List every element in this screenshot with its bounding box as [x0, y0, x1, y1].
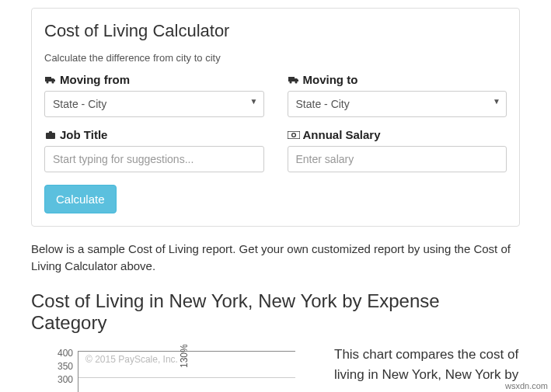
briefcase-icon [44, 130, 57, 140]
chart-watermark: © 2015 PayScale, Inc. [85, 354, 178, 365]
truck-icon [288, 75, 300, 85]
svg-rect-0 [45, 77, 51, 82]
chart-heading: Cost of Living in New York, New York by … [31, 290, 520, 334]
chart-area: 400 350 300 © 2015 PayScale, Inc. 130% [31, 345, 311, 393]
job-title-label: Job Title [44, 128, 264, 141]
calculate-button[interactable]: Calculate [44, 185, 117, 213]
svg-point-1 [46, 81, 48, 83]
moving-from-select[interactable]: State - City [44, 91, 264, 117]
svg-point-9 [291, 133, 295, 137]
moving-to-label: Moving to [288, 73, 507, 86]
location-row: Moving from State - City Moving to State… [44, 73, 507, 117]
chart-description: This chart compares the cost of living i… [334, 345, 520, 393]
svg-rect-3 [288, 77, 295, 82]
truck-icon [44, 75, 57, 85]
svg-rect-8 [288, 131, 300, 139]
details-row: Job Title Annual Salary [44, 128, 507, 172]
job-title-text: Job Title [60, 128, 107, 141]
job-title-input[interactable] [44, 146, 264, 172]
moving-from-text: Moving from [60, 73, 130, 86]
calculator-panel: Cost of Living Calculator Calculate the … [31, 8, 520, 227]
svg-point-2 [51, 81, 54, 83]
page-watermark: wsxdn.com [504, 381, 549, 390]
sample-report-intro: Below is a sample Cost of Living report.… [31, 241, 520, 275]
svg-point-4 [289, 81, 291, 83]
svg-rect-7 [49, 131, 52, 134]
svg-point-5 [295, 81, 297, 83]
moving-to-text: Moving to [303, 73, 358, 86]
moving-to-select[interactable]: State - City [288, 91, 507, 117]
annual-salary-label: Annual Salary [288, 128, 507, 141]
chart-y-ticks: 400 350 300 [47, 347, 73, 387]
moving-from-label: Moving from [44, 73, 264, 86]
money-icon [288, 131, 300, 139]
panel-title: Cost of Living Calculator [44, 21, 507, 41]
annual-salary-text: Annual Salary [303, 128, 381, 141]
annual-salary-input[interactable] [288, 146, 507, 172]
chart-annotation: 130% [179, 345, 190, 368]
panel-subtitle: Calculate the difference from city to ci… [44, 52, 507, 64]
svg-rect-6 [46, 133, 55, 139]
chart-row: 400 350 300 © 2015 PayScale, Inc. 130% T… [31, 345, 520, 393]
